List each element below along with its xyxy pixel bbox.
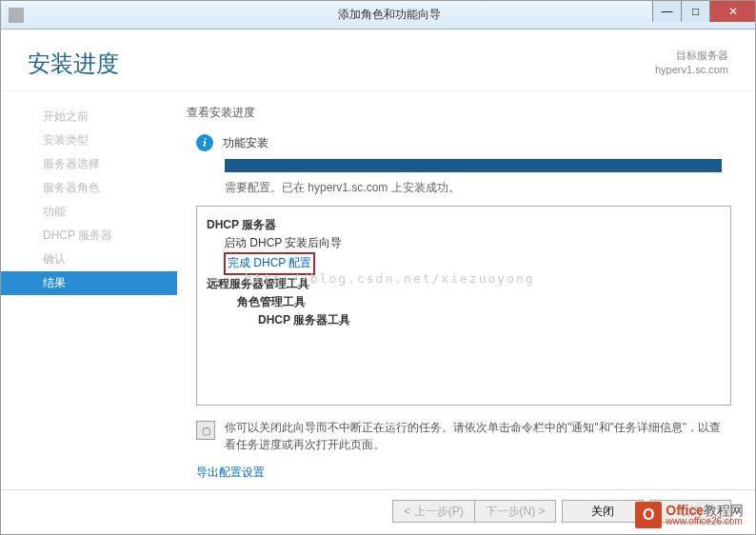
sidebar-item-features: 功能 [1, 200, 177, 224]
progress-message: 需要配置。已在 hyperv1.sc.com 上安装成功。 [225, 180, 731, 196]
sidebar-item-before-begin: 开始之前 [1, 105, 177, 129]
detail-remote-tools: 远程服务器管理工具 [207, 275, 721, 293]
export-config-link[interactable]: 导出配置设置 [196, 465, 731, 481]
header: 安装进度 目标服务器 hyperv1.sc.com [1, 30, 755, 91]
footer: < 上一步(P) 下一步(N) > 关闭 取消 O Office教程网 www.… [1, 489, 755, 534]
sidebar-item-confirm: 确认 [1, 248, 177, 271]
detail-dhcp-tools: DHCP 服务器工具 [207, 311, 721, 329]
cancel-button: 取消 [649, 500, 731, 523]
maximize-button[interactable]: □ [681, 1, 709, 22]
close-wizard-button[interactable]: 关闭 [562, 500, 644, 523]
sidebar-item-results[interactable]: 结果 [1, 271, 177, 295]
sidebar-item-server-select: 服务器选择 [1, 152, 177, 176]
titlebar: 添加角色和功能向导 — □ ✕ [1, 1, 755, 30]
install-detail-box: http://blog.csdn.net/xiezuoyong DHCP 服务器… [196, 206, 731, 406]
main-panel: 查看安装进度 i 功能安装 需要配置。已在 hyperv1.sc.com 上安装… [177, 91, 755, 489]
close-button[interactable]: ✕ [709, 1, 755, 22]
next-button: 下一步(N) > [474, 500, 556, 523]
window-controls: — □ ✕ [652, 1, 755, 22]
target-server-label: 目标服务器 [655, 49, 728, 63]
progress-subtitle: 查看安装进度 [187, 105, 731, 121]
target-server-info: 目标服务器 hyperv1.sc.com [655, 49, 728, 78]
complete-dhcp-config-link[interactable]: 完成 DHCP 配置 [224, 252, 315, 274]
sidebar-item-install-type: 安装类型 [1, 129, 177, 152]
notice-text: 你可以关闭此向导而不中断正在运行的任务。请依次单击命令栏中的"通知"和"任务详细… [225, 419, 731, 453]
window-title: 添加角色和功能向导 [24, 7, 755, 23]
status-text: 功能安装 [223, 135, 269, 151]
minimize-button[interactable]: — [652, 1, 681, 22]
notice-row: ▢ 你可以关闭此向导而不中断正在运行的任务。请依次单击命令栏中的"通知"和"任务… [196, 419, 731, 453]
detail-launch-post-install: 启动 DHCP 安装后向导 [207, 234, 721, 252]
prev-button: < 上一步(P) [392, 500, 474, 523]
detail-role-tools: 角色管理工具 [207, 293, 721, 311]
wizard-sidebar: 开始之前 安装类型 服务器选择 服务器角色 功能 DHCP 服务器 确认 结果 [1, 91, 177, 489]
sidebar-item-dhcp-server: DHCP 服务器 [1, 224, 177, 248]
progress-bar [225, 159, 722, 172]
app-icon [9, 8, 24, 23]
status-row: i 功能安装 [187, 134, 731, 151]
info-icon: i [196, 134, 213, 151]
page-title: 安装进度 [28, 49, 119, 79]
target-server-value: hyperv1.sc.com [655, 63, 728, 77]
flag-icon: ▢ [196, 421, 215, 440]
sidebar-item-server-roles: 服务器角色 [1, 176, 177, 200]
detail-dhcp-server: DHCP 服务器 [207, 216, 721, 234]
